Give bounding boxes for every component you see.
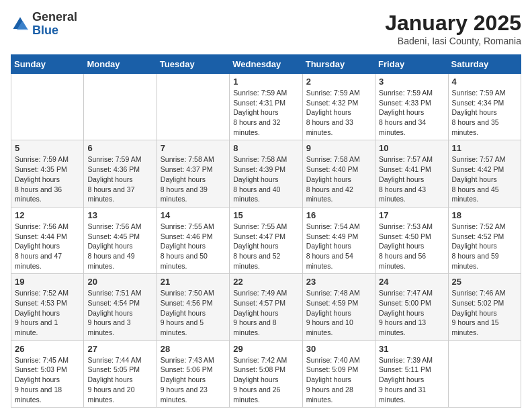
calendar-day-cell: 16 Sunrise: 7:54 AM Sunset: 4:49 PM Dayl…	[302, 207, 375, 273]
title-block: January 2025 Badeni, Iasi County, Romani…	[385, 11, 521, 46]
sunset-label: Sunset: 5:05 PM	[87, 365, 140, 373]
sunset-label: Sunset: 4:59 PM	[306, 299, 359, 307]
daylight-label: Daylight hours	[161, 175, 206, 183]
daylight-value: 8 hours and 45 minutes.	[452, 185, 499, 203]
sunrise-label: Sunrise: 7:42 AM	[233, 356, 287, 364]
sunset-label: Sunset: 4:39 PM	[233, 165, 285, 173]
day-info: Sunrise: 7:48 AM Sunset: 4:59 PM Dayligh…	[306, 288, 371, 337]
daylight-value: 8 hours and 40 minutes.	[233, 185, 280, 203]
day-number: 9	[306, 143, 371, 153]
day-number: 7	[161, 143, 226, 153]
daylight-label: Daylight hours	[233, 375, 278, 383]
day-number: 18	[452, 210, 517, 220]
daylight-label: Daylight hours	[452, 108, 497, 116]
day-info: Sunrise: 7:56 AM Sunset: 4:45 PM Dayligh…	[87, 222, 152, 271]
day-number: 14	[161, 210, 226, 220]
sunrise-label: Sunrise: 7:59 AM	[15, 155, 69, 163]
day-info: Sunrise: 7:39 AM Sunset: 5:11 PM Dayligh…	[379, 355, 444, 404]
sunrise-label: Sunrise: 7:58 AM	[233, 155, 287, 163]
calendar-subtitle: Badeni, Iasi County, Romania	[385, 36, 521, 46]
daylight-value: 8 hours and 36 minutes.	[15, 185, 62, 203]
sunset-label: Sunset: 4:34 PM	[452, 99, 504, 107]
daylight-label: Daylight hours	[87, 309, 132, 317]
daylight-value: 9 hours and 23 minutes.	[161, 385, 208, 404]
daylight-value: 9 hours and 1 minute.	[15, 318, 58, 336]
day-number: 5	[15, 143, 80, 153]
sunrise-label: Sunrise: 7:52 AM	[15, 289, 69, 297]
calendar-title: January 2025	[385, 11, 521, 36]
calendar-day-cell: 2 Sunrise: 7:59 AM Sunset: 4:32 PM Dayli…	[302, 74, 375, 140]
day-number: 13	[87, 210, 152, 220]
sunset-label: Sunset: 4:35 PM	[15, 165, 67, 173]
daylight-value: 8 hours and 32 minutes.	[233, 118, 280, 136]
calendar-day-cell: 22 Sunrise: 7:49 AM Sunset: 4:57 PM Dayl…	[230, 274, 302, 340]
daylight-value: 9 hours and 20 minutes.	[87, 385, 134, 404]
day-info: Sunrise: 7:51 AM Sunset: 4:54 PM Dayligh…	[87, 288, 152, 337]
calendar-day-cell: 23 Sunrise: 7:48 AM Sunset: 4:59 PM Dayl…	[302, 274, 375, 340]
calendar-day-cell: 15 Sunrise: 7:55 AM Sunset: 4:47 PM Dayl…	[230, 207, 302, 273]
day-number: 4	[452, 77, 517, 87]
day-info: Sunrise: 7:52 AM Sunset: 4:52 PM Dayligh…	[452, 222, 517, 271]
day-info: Sunrise: 7:49 AM Sunset: 4:57 PM Dayligh…	[233, 288, 298, 337]
daylight-label: Daylight hours	[306, 108, 351, 116]
sunset-label: Sunset: 5:11 PM	[379, 365, 431, 373]
daylight-label: Daylight hours	[306, 175, 351, 183]
day-info: Sunrise: 7:55 AM Sunset: 4:47 PM Dayligh…	[233, 222, 298, 271]
day-number: 20	[87, 277, 152, 287]
calendar-day-cell: 24 Sunrise: 7:47 AM Sunset: 5:00 PM Dayl…	[375, 274, 448, 340]
daylight-label: Daylight hours	[306, 309, 351, 317]
daylight-value: 9 hours and 3 minutes.	[87, 318, 130, 336]
weekday-header: Wednesday	[230, 55, 302, 74]
calendar-week-row: 26 Sunrise: 7:45 AM Sunset: 5:03 PM Dayl…	[11, 340, 521, 407]
daylight-value: 9 hours and 10 minutes.	[306, 318, 353, 336]
day-number: 26	[15, 344, 80, 354]
page-header: General Blue January 2025 Badeni, Iasi C…	[11, 11, 521, 46]
daylight-label: Daylight hours	[306, 242, 351, 250]
daylight-value: 8 hours and 42 minutes.	[306, 185, 353, 203]
daylight-label: Daylight hours	[452, 309, 497, 317]
calendar-day-cell: 4 Sunrise: 7:59 AM Sunset: 4:34 PM Dayli…	[448, 74, 521, 140]
sunrise-label: Sunrise: 7:48 AM	[306, 289, 360, 297]
day-info: Sunrise: 7:53 AM Sunset: 4:50 PM Dayligh…	[379, 222, 444, 271]
day-info: Sunrise: 7:58 AM Sunset: 4:39 PM Dayligh…	[233, 154, 298, 203]
calendar-day-cell: 14 Sunrise: 7:55 AM Sunset: 4:46 PM Dayl…	[157, 207, 229, 273]
daylight-label: Daylight hours	[452, 175, 497, 183]
day-number: 28	[161, 344, 226, 354]
sunset-label: Sunset: 4:49 PM	[306, 232, 359, 240]
daylight-label: Daylight hours	[15, 175, 60, 183]
sunrise-label: Sunrise: 7:49 AM	[233, 289, 287, 297]
day-info: Sunrise: 7:59 AM Sunset: 4:34 PM Dayligh…	[452, 88, 517, 137]
daylight-value: 8 hours and 34 minutes.	[379, 118, 426, 136]
calendar-day-cell	[11, 74, 84, 140]
calendar-day-cell: 6 Sunrise: 7:59 AM Sunset: 4:36 PM Dayli…	[84, 140, 157, 207]
day-info: Sunrise: 7:59 AM Sunset: 4:32 PM Dayligh…	[306, 88, 371, 137]
sunset-label: Sunset: 4:54 PM	[87, 299, 140, 307]
calendar-table: SundayMondayTuesdayWednesdayThursdayFrid…	[11, 54, 521, 408]
weekday-header: Tuesday	[157, 55, 229, 74]
day-info: Sunrise: 7:46 AM Sunset: 5:02 PM Dayligh…	[452, 288, 517, 337]
sunset-label: Sunset: 5:06 PM	[161, 365, 213, 373]
daylight-label: Daylight hours	[161, 242, 206, 250]
daylight-value: 8 hours and 39 minutes.	[161, 185, 208, 203]
daylight-value: 9 hours and 13 minutes.	[379, 318, 426, 336]
day-number: 16	[306, 210, 371, 220]
daylight-label: Daylight hours	[306, 375, 351, 383]
sunset-label: Sunset: 5:09 PM	[306, 365, 359, 373]
sunrise-label: Sunrise: 7:52 AM	[452, 222, 506, 230]
day-info: Sunrise: 7:59 AM Sunset: 4:33 PM Dayligh…	[379, 88, 444, 137]
day-info: Sunrise: 7:43 AM Sunset: 5:06 PM Dayligh…	[161, 355, 226, 404]
weekday-header: Friday	[375, 55, 448, 74]
calendar-day-cell: 31 Sunrise: 7:39 AM Sunset: 5:11 PM Dayl…	[375, 340, 448, 407]
weekday-header: Sunday	[11, 55, 84, 74]
daylight-value: 9 hours and 8 minutes.	[233, 318, 276, 336]
day-info: Sunrise: 7:58 AM Sunset: 4:40 PM Dayligh…	[306, 154, 371, 203]
sunrise-label: Sunrise: 7:58 AM	[161, 155, 214, 163]
day-info: Sunrise: 7:40 AM Sunset: 5:09 PM Dayligh…	[306, 355, 371, 404]
sunrise-label: Sunrise: 7:55 AM	[161, 222, 214, 230]
sunrise-label: Sunrise: 7:46 AM	[452, 289, 506, 297]
daylight-label: Daylight hours	[233, 175, 278, 183]
day-number: 27	[87, 344, 152, 354]
daylight-label: Daylight hours	[452, 242, 497, 250]
sunrise-label: Sunrise: 7:56 AM	[15, 222, 69, 230]
sunset-label: Sunset: 4:37 PM	[161, 165, 213, 173]
